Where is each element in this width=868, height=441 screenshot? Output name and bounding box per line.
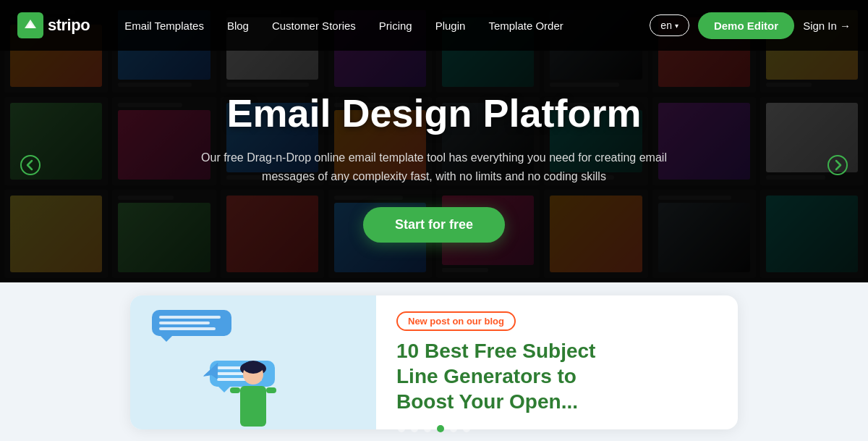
blog-info: New post on our blog 10 Best Free Subjec… <box>376 295 616 429</box>
navbar: stripo Email Templates Blog Customer Sto… <box>0 0 868 51</box>
chevron-down-icon: ▾ <box>675 22 678 30</box>
lang-label: en <box>660 20 672 31</box>
carousel-dots <box>0 425 868 432</box>
blog-card[interactable]: New post on our blog 10 Best Free Subjec… <box>130 295 738 429</box>
svg-point-2 <box>828 156 847 175</box>
carousel-dot-5[interactable] <box>450 425 457 432</box>
person-illustration <box>224 354 282 429</box>
left-arrow-icon <box>20 155 41 175</box>
nav-right: en ▾ Demo Editor Sign In → <box>650 12 851 39</box>
stripo-logo-icon <box>17 12 43 38</box>
carousel-prev-arrow[interactable] <box>17 152 43 178</box>
hero-content: Email Design Platform Our free Drag-n-Dr… <box>0 51 868 282</box>
signin-link[interactable]: Sign In → <box>803 20 851 32</box>
carousel-dot-2[interactable] <box>411 425 418 432</box>
nav-template-order[interactable]: Template Order <box>477 14 574 38</box>
blog-title: 10 Best Free Subject Line Generators to … <box>396 338 595 414</box>
svg-point-5 <box>243 361 263 374</box>
hero-title: Email Design Platform <box>226 91 641 135</box>
carousel-dot-1[interactable] <box>398 425 405 432</box>
logo[interactable]: stripo <box>17 12 90 38</box>
nav-blog[interactable]: Blog <box>216 14 260 38</box>
blog-badge[interactable]: New post on our blog <box>396 311 516 331</box>
nav-customer-stories[interactable]: Customer Stories <box>260 14 367 38</box>
chat-bubble-1 <box>152 310 231 336</box>
svg-point-1 <box>21 156 40 175</box>
nav-plugin[interactable]: Plugin <box>424 14 477 38</box>
carousel-dot-4[interactable] <box>437 425 444 432</box>
svg-rect-8 <box>266 387 276 393</box>
nav-pricing[interactable]: Pricing <box>367 14 424 38</box>
svg-rect-7 <box>230 387 240 393</box>
start-for-free-button[interactable]: Start for free <box>363 207 505 243</box>
carousel-next-arrow[interactable] <box>825 152 851 178</box>
brand-name: stripo <box>48 16 90 35</box>
carousel-dot-6[interactable] <box>463 425 470 432</box>
nav-email-templates[interactable]: Email Templates <box>113 14 216 38</box>
right-arrow-icon <box>827 155 848 175</box>
blog-illustration <box>130 295 376 429</box>
demo-editor-button[interactable]: Demo Editor <box>698 12 794 39</box>
nav-links: Email Templates Blog Customer Stories Pr… <box>113 14 650 38</box>
hero-subtitle: Our free Drag-n-Drop online email templa… <box>188 148 680 185</box>
svg-rect-6 <box>240 386 266 427</box>
carousel-dot-3[interactable] <box>424 425 431 432</box>
language-selector[interactable]: en ▾ <box>650 14 689 36</box>
bottom-section: New post on our blog 10 Best Free Subjec… <box>0 282 868 441</box>
